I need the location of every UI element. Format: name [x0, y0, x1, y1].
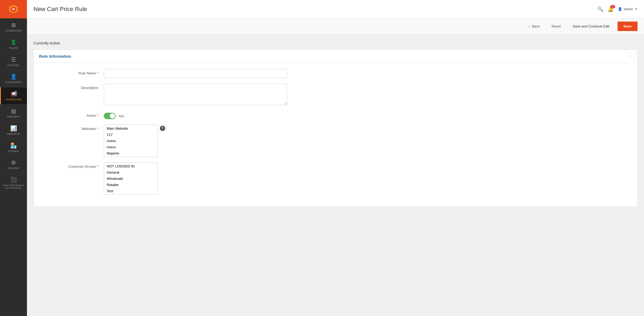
websites-row: Websites * Main Website 117 rivera river… — [39, 125, 632, 157]
sidebar-item-label: CATALOG — [7, 64, 19, 67]
sidebar-item-label: CUSTOMERS — [5, 81, 22, 84]
action-bar: ← Back Reset Save and Continue Edit Save — [27, 18, 644, 35]
sidebar-item-marketing[interactable]: 📢 MARKETING — [0, 87, 27, 104]
rule-name-field — [104, 69, 287, 78]
description-row: Description — [39, 84, 632, 106]
required-marker: * — [97, 114, 98, 118]
chevron-down-icon: ▼ — [635, 8, 638, 11]
user-icon: 👤 — [618, 7, 622, 11]
sidebar-item-extensions[interactable]: ⬛ FIND PARTNERS & EXTENSIONS — [0, 173, 27, 193]
toggle-wrap: Yes — [104, 111, 287, 119]
sidebar: M ⊞ DASHBOARD 💲 SALES ☰ CATALOG 👤 CUSTOM… — [0, 0, 27, 316]
sidebar-item-reports[interactable]: 📊 REPORTS — [0, 122, 27, 139]
customers-icon: 👤 — [10, 73, 17, 80]
system-icon: ⚙ — [11, 159, 16, 166]
customer-group-option[interactable]: General — [105, 169, 157, 176]
customer-group-option[interactable]: Test — [105, 188, 157, 194]
active-field: Yes — [104, 111, 287, 119]
marketing-icon: 📢 — [11, 91, 17, 97]
rule-name-row: Rule Name * — [39, 69, 632, 78]
sales-icon: 💲 — [10, 39, 17, 46]
sidebar-item-customers[interactable]: 👤 CUSTOMERS — [0, 70, 27, 87]
customer-groups-row: Customer Groups * NOT LOGGED IN General … — [39, 162, 632, 195]
sidebar-item-label: CONTENT — [7, 115, 20, 118]
collapse-button[interactable]: − — [629, 54, 632, 59]
notification-badge: 39 — [610, 5, 615, 8]
sidebar-item-label: REPORTS — [7, 133, 20, 136]
form-body: Rule Name * Description — [34, 63, 637, 207]
sidebar-item-dashboard[interactable]: ⊞ DASHBOARD — [0, 18, 27, 36]
customer-groups-select[interactable]: NOT LOGGED IN General Wholesale Retailer… — [104, 162, 158, 195]
admin-username: admin — [624, 7, 633, 11]
minus-icon: − — [629, 54, 632, 58]
sidebar-item-content[interactable]: ▤ CONTENT — [0, 104, 27, 122]
website-option[interactable]: Majento — [105, 150, 157, 156]
sidebar-item-stores[interactable]: 🏪 STORES — [0, 139, 27, 156]
website-option[interactable]: rivera — [105, 138, 157, 144]
rule-name-input[interactable] — [104, 69, 287, 78]
active-toggle[interactable] — [104, 113, 116, 119]
search-button[interactable]: 🔍 — [597, 6, 603, 12]
description-field — [104, 84, 287, 106]
svg-text:M: M — [12, 8, 15, 11]
description-input[interactable] — [104, 84, 287, 105]
websites-select[interactable]: Main Website 117 rivera rivera Majento — [104, 125, 158, 157]
save-continue-button[interactable]: Save and Continue Edit — [569, 22, 613, 30]
website-option[interactable]: 117 — [105, 132, 157, 138]
customer-group-option[interactable]: NOT LOGGED IN — [105, 163, 157, 169]
customer-group-option[interactable]: Wholesale — [105, 176, 157, 182]
reset-button[interactable]: Reset — [548, 22, 564, 30]
websites-field: Main Website 117 rivera rivera Majento ? — [104, 125, 287, 157]
websites-select-wrap: Main Website 117 rivera rivera Majento ? — [104, 125, 287, 157]
sidebar-item-label: SALES — [9, 47, 18, 50]
card-title: Rule Information — [39, 54, 71, 59]
topbar-actions: 🔍 🔔 39 👤 admin ▼ — [597, 6, 638, 12]
topbar: New Cart Price Rule 🔍 🔔 39 👤 admin ▼ — [27, 0, 644, 18]
active-row: Active * Yes — [39, 111, 632, 119]
stores-icon: 🏪 — [10, 142, 17, 149]
website-option[interactable]: Main Website — [105, 125, 157, 132]
rule-information-card: Rule Information − Rule Name * — [33, 50, 638, 207]
page-title: New Cart Price Rule — [33, 6, 87, 13]
sidebar-logo[interactable]: M — [0, 0, 27, 18]
sidebar-item-label: SYSTEM — [8, 167, 19, 170]
toggle-knob — [110, 113, 115, 119]
sidebar-item-label: STORES — [8, 150, 19, 153]
sidebar-item-system[interactable]: ⚙ SYSTEM — [0, 156, 27, 173]
back-button[interactable]: ← Back — [524, 22, 544, 30]
sidebar-item-label: DASHBOARD — [5, 29, 22, 32]
catalog-icon: ☰ — [11, 56, 16, 63]
customer-groups-label: Customer Groups * — [39, 162, 104, 169]
rule-name-label: Rule Name * — [39, 69, 104, 75]
customer-groups-select-wrap: NOT LOGGED IN General Wholesale Retailer… — [104, 162, 287, 195]
toggle-state-label: Yes — [118, 114, 124, 118]
website-option[interactable]: rivera — [105, 144, 157, 150]
sidebar-item-catalog[interactable]: ☰ CATALOG — [0, 53, 27, 70]
admin-user-menu[interactable]: 👤 admin ▼ — [618, 7, 638, 11]
customer-groups-field: NOT LOGGED IN General Wholesale Retailer… — [104, 162, 287, 195]
search-icon: 🔍 — [597, 6, 603, 12]
page-body: Currently Active Rule Information − Rule… — [27, 35, 644, 316]
currently-active-label: Currently Active — [33, 41, 638, 45]
extensions-icon: ⬛ — [10, 177, 17, 183]
customer-group-option[interactable]: Retailer — [105, 182, 157, 188]
description-label: Description — [39, 84, 104, 90]
websites-label: Websites * — [39, 125, 104, 131]
main-content: New Cart Price Rule 🔍 🔔 39 👤 admin ▼ ← B… — [27, 0, 644, 316]
dashboard-icon: ⊞ — [11, 22, 16, 28]
websites-help-icon[interactable]: ? — [160, 126, 165, 131]
sidebar-item-label: MARKETING — [6, 98, 22, 101]
required-marker: * — [97, 127, 98, 131]
sidebar-item-sales[interactable]: 💲 SALES — [0, 36, 27, 53]
required-marker: * — [97, 71, 98, 75]
save-button[interactable]: Save — [618, 22, 638, 31]
reports-icon: 📊 — [10, 125, 17, 132]
notifications-button[interactable]: 🔔 39 — [608, 6, 614, 12]
content-icon: ▤ — [11, 108, 16, 114]
card-header: Rule Information − — [34, 50, 637, 63]
sidebar-item-label: FIND PARTNERS & EXTENSIONS — [1, 184, 26, 189]
required-marker: * — [97, 164, 98, 169]
active-label: Active * — [39, 111, 104, 118]
